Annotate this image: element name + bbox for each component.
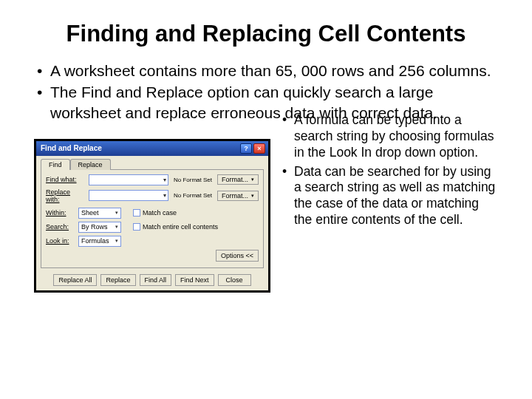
- close-icon[interactable]: ×: [253, 143, 265, 154]
- options-button[interactable]: Options <<: [216, 250, 259, 262]
- find-replace-dialog: Find and Replace ? × Find Replace Find w…: [34, 139, 270, 293]
- replace-format-button[interactable]: Format...▾: [217, 191, 259, 201]
- tab-replace[interactable]: Replace: [70, 159, 111, 170]
- help-icon[interactable]: ?: [240, 143, 252, 154]
- replace-with-input[interactable]: ▾: [89, 190, 168, 201]
- tab-find[interactable]: Find: [41, 159, 70, 170]
- replace-button[interactable]: Replace: [100, 274, 135, 286]
- chevron-down-icon[interactable]: ▾: [163, 192, 166, 199]
- chevron-down-icon[interactable]: ▾: [115, 224, 118, 230]
- match-entire-checkbox[interactable]: Match entire cell contents: [133, 223, 218, 231]
- find-what-label: Find what:: [46, 176, 86, 183]
- search-select[interactable]: By Rows▾: [78, 222, 121, 233]
- within-select[interactable]: Sheet▾: [78, 208, 121, 219]
- dialog-title: Find and Replace: [41, 144, 102, 152]
- bullet-item: Data can be searched for by using a sear…: [281, 164, 498, 229]
- replace-with-label: Replace with:: [46, 188, 86, 203]
- find-next-button[interactable]: Find Next: [175, 274, 214, 286]
- find-what-input[interactable]: ▾: [89, 174, 168, 185]
- side-bullet-list: A formula can be typed into a search str…: [281, 112, 498, 293]
- bullet-item: A worksheet contains more than 65, 000 r…: [34, 61, 498, 81]
- replace-all-button[interactable]: Replace All: [53, 274, 97, 286]
- chevron-down-icon[interactable]: ▾: [163, 177, 166, 183]
- dialog-titlebar[interactable]: Find and Replace ? ×: [36, 141, 268, 156]
- find-format-button[interactable]: Format...▾: [217, 174, 259, 185]
- find-all-button[interactable]: Find All: [140, 274, 172, 286]
- chevron-down-icon[interactable]: ▾: [251, 177, 254, 183]
- replace-format-status: No Format Set: [174, 192, 212, 199]
- lookin-label: Look in:: [46, 237, 75, 245]
- chevron-down-icon[interactable]: ▾: [115, 238, 118, 244]
- search-label: Search:: [46, 223, 75, 231]
- chevron-down-icon[interactable]: ▾: [115, 210, 118, 216]
- close-button[interactable]: Close: [218, 274, 251, 286]
- bullet-item: A formula can be typed into a search str…: [281, 112, 498, 161]
- within-label: Within:: [46, 209, 75, 216]
- lookin-select[interactable]: Formulas▾: [78, 236, 121, 247]
- chevron-down-icon[interactable]: ▾: [251, 193, 254, 199]
- slide-title: Finding and Replacing Cell Contents: [34, 21, 498, 47]
- match-case-checkbox[interactable]: Match case: [133, 209, 177, 216]
- find-format-status: No Format Set: [174, 177, 212, 183]
